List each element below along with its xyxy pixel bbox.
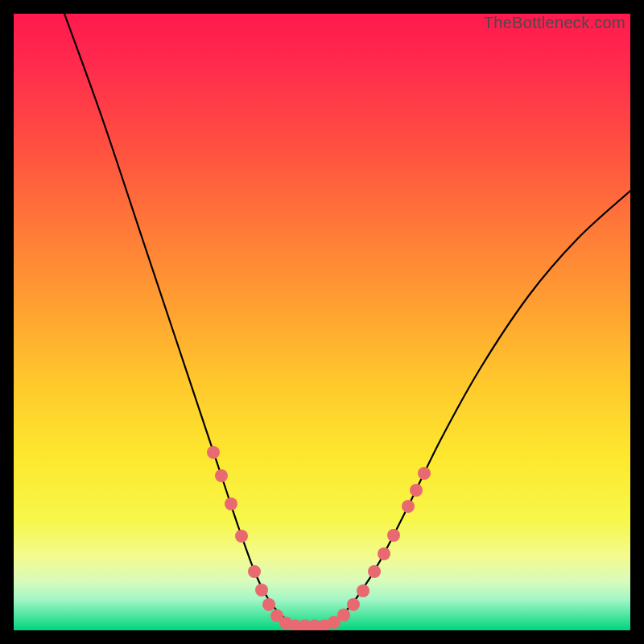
highlight-dots [207, 446, 431, 630]
highlight-dot [255, 584, 268, 597]
highlight-dot [337, 609, 350, 621]
highlight-dot [357, 584, 369, 597]
bottleneck-curve [64, 14, 630, 626]
highlight-dot [418, 467, 431, 480]
highlight-dot [225, 497, 237, 510]
chart-overlay [14, 14, 630, 630]
watermark-text: TheBottleneck.com [484, 14, 625, 32]
highlight-dot [262, 598, 275, 611]
highlight-dot [378, 547, 390, 560]
highlight-dot [410, 484, 423, 497]
highlight-dot [207, 446, 220, 459]
highlight-dot [347, 598, 360, 611]
highlight-dot [387, 529, 400, 542]
chart-canvas: TheBottleneck.com [14, 14, 630, 630]
highlight-dot [368, 565, 381, 578]
highlight-dot [235, 530, 248, 543]
highlight-dot [215, 469, 228, 482]
highlight-dot [248, 565, 261, 578]
highlight-dot [402, 500, 415, 513]
